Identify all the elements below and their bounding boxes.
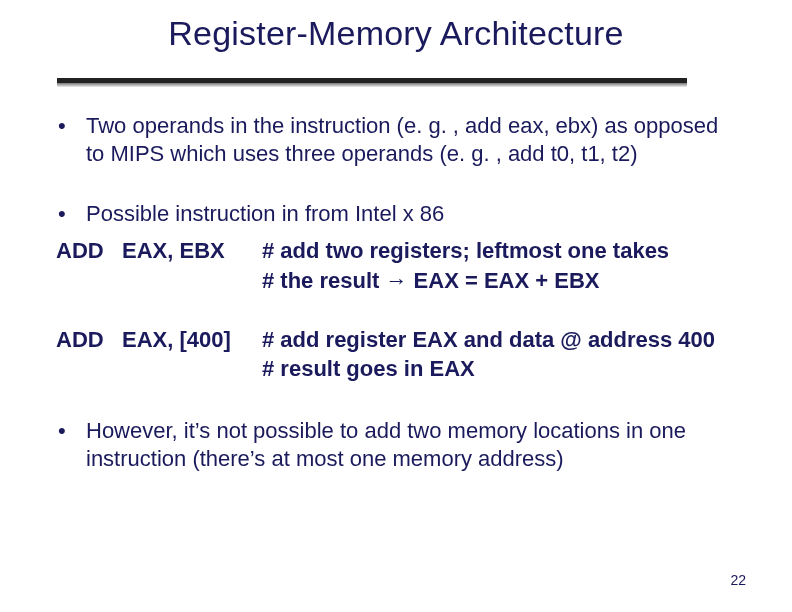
code-1-comment-post: EAX = EAX + EBX (407, 268, 599, 293)
spacer (56, 295, 736, 325)
divider-shadow (57, 83, 687, 87)
code-1-comment-line-2: # the result → EAX = EAX + EBX (262, 266, 736, 295)
slide-title: Register-Memory Architecture (0, 14, 792, 53)
page-number: 22 (730, 572, 746, 588)
bullet-dot: • (56, 200, 86, 228)
code-1-comment: # add two registers; leftmost one takes … (262, 236, 736, 294)
code-1-comment-line-1: # add two registers; leftmost one takes (262, 236, 736, 265)
code-1-comment-pre: # the result (262, 268, 385, 293)
block-2: • Possible instruction in from Intel x 8… (56, 200, 736, 382)
code-2-comment-line-1: # add register EAX and data @ address 40… (262, 325, 736, 354)
code-2-comment-line-2: # result goes in EAX (262, 354, 736, 383)
block-3: • However, it’s not possible to add two … (56, 417, 736, 473)
arrow-right-icon: → (385, 266, 407, 295)
bullet-3-text: However, it’s not possible to add two me… (86, 417, 736, 473)
bullet-dot: • (56, 112, 86, 168)
bullet-2-text: Possible instruction in from Intel x 86 (86, 200, 736, 228)
bullet-3: • However, it’s not possible to add two … (56, 417, 736, 473)
code-2-comment: # add register EAX and data @ address 40… (262, 325, 736, 383)
bullet-dot: • (56, 417, 86, 473)
slide: Register-Memory Architecture • Two opera… (0, 0, 792, 612)
bullet-1-text: Two operands in the instruction (e. g. ,… (86, 112, 736, 168)
code-1-instruction: ADD EAX, EBX (56, 236, 256, 294)
bullet-1: • Two operands in the instruction (e. g.… (56, 112, 736, 168)
slide-body: • Two operands in the instruction (e. g.… (56, 112, 736, 481)
code-example-1: ADD EAX, EBX # add two registers; leftmo… (56, 236, 736, 294)
title-divider (57, 78, 687, 86)
bullet-2: • Possible instruction in from Intel x 8… (56, 200, 736, 228)
code-2-instruction: ADD EAX, [400] (56, 325, 256, 383)
code-example-2: ADD EAX, [400] # add register EAX and da… (56, 325, 736, 383)
